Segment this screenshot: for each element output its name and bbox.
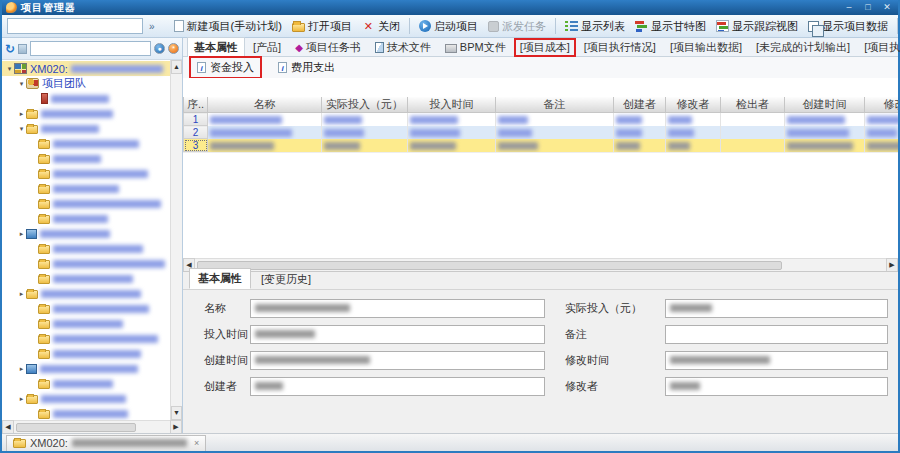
toolbar-button-openfolder[interactable]: 打开项目	[287, 17, 357, 36]
tree-expand-icon[interactable]: ▸	[17, 290, 26, 298]
scroll-up-icon[interactable]: ▲	[171, 60, 182, 74]
table-cell[interactable]	[208, 113, 322, 126]
subtab-费用支出[interactable]: i费用支出	[272, 58, 341, 77]
tree-item[interactable]	[2, 136, 170, 151]
table-cell[interactable]	[614, 126, 666, 139]
tree-item[interactable]	[2, 406, 170, 420]
tree-expand-icon[interactable]: ▾	[5, 65, 14, 73]
table-cell[interactable]	[666, 113, 721, 126]
scroll-down-icon[interactable]: ▼	[171, 406, 182, 420]
tree-item[interactable]	[2, 271, 170, 286]
table-row[interactable]: 2	[184, 126, 899, 139]
table-cell[interactable]	[496, 126, 614, 139]
table-cell[interactable]	[865, 113, 899, 126]
tab-项目执行情况[interactable]: [项目执行情况]	[578, 38, 662, 57]
table-cell[interactable]	[408, 139, 496, 152]
table-cell[interactable]	[721, 139, 785, 152]
toolbar-button-track[interactable]: 显示跟踪视图	[711, 17, 803, 36]
field-input[interactable]	[250, 377, 545, 396]
tree-item[interactable]	[2, 166, 170, 181]
scroll-right-icon[interactable]: ▶	[886, 258, 898, 272]
row-number-cell[interactable]: 1	[184, 113, 208, 126]
column-header[interactable]: 检出者	[721, 97, 785, 113]
tab-项目任务书[interactable]: ◆项目任务书	[289, 38, 367, 57]
field-input[interactable]	[250, 351, 545, 370]
column-header[interactable]: 实际投入（元）	[322, 97, 408, 113]
table-cell[interactable]	[496, 139, 614, 152]
tree-item[interactable]: ▾项目团队	[2, 76, 170, 91]
table-cell[interactable]	[721, 126, 785, 139]
column-header[interactable]: 投入时间	[408, 97, 496, 113]
sidebar-find-button[interactable]: ●	[154, 43, 165, 54]
tree-item[interactable]	[2, 241, 170, 256]
tree-item[interactable]	[2, 301, 170, 316]
tab-产品[interactable]: [产品]	[247, 38, 287, 57]
tree-item[interactable]	[2, 196, 170, 211]
tree-item[interactable]: ▸	[2, 391, 170, 406]
tree-item[interactable]	[2, 151, 170, 166]
tab-基本属性[interactable]: 基本属性	[187, 37, 245, 58]
table-cell[interactable]	[865, 139, 899, 152]
minimize-button[interactable]: –	[842, 2, 856, 13]
sidebar-search-input[interactable]	[30, 41, 151, 56]
toolbar-button-newdoc[interactable]: 新建项目(手动计划)	[169, 17, 287, 36]
field-input[interactable]	[665, 299, 888, 318]
table-cell[interactable]	[208, 139, 322, 152]
close-button[interactable]: ✕	[880, 2, 894, 13]
tree-horizontal-scrollbar[interactable]: ◀ ▶	[2, 420, 182, 433]
column-header[interactable]: 序..	[184, 97, 208, 113]
toolbar-combo-input[interactable]	[7, 18, 143, 34]
tree-item[interactable]: ▸	[2, 226, 170, 241]
tree-item[interactable]: ▾XM020:	[2, 61, 170, 76]
tree-expand-icon[interactable]: ▸	[17, 230, 26, 238]
tab-未完成的计划输出[interactable]: [未完成的计划输出]	[750, 38, 856, 57]
toolbar-button-play[interactable]: 启动项目	[414, 17, 483, 36]
tree-item[interactable]	[2, 376, 170, 391]
column-header[interactable]: 修改者	[666, 97, 721, 113]
toolbar-button-closex[interactable]: ✕关闭	[357, 17, 405, 36]
tree-item[interactable]: ▸	[2, 361, 170, 376]
toolbar-button-gantt[interactable]: 显示甘特图	[630, 17, 711, 36]
field-input[interactable]	[665, 351, 888, 370]
detail-tab-基本属性[interactable]: 基本属性	[189, 268, 251, 289]
tab-项目成本[interactable]: [项目成本]	[514, 38, 576, 57]
sidebar-refresh-icon[interactable]: ↻	[5, 42, 15, 56]
scroll-right-icon[interactable]: ▶	[170, 420, 182, 434]
tree-item[interactable]: ▾	[2, 121, 170, 136]
table-cell[interactable]	[322, 126, 408, 139]
status-close-icon[interactable]: ×	[194, 438, 199, 448]
sidebar-locate-icon[interactable]	[18, 44, 27, 54]
tree-item[interactable]	[2, 181, 170, 196]
row-number-cell[interactable]: 3	[184, 139, 208, 152]
tree-expand-icon[interactable]: ▸	[17, 110, 26, 118]
table-cell[interactable]	[666, 139, 721, 152]
tree-item[interactable]	[2, 331, 170, 346]
table-cell[interactable]	[322, 113, 408, 126]
tree-item[interactable]	[2, 346, 170, 361]
toolbar-collapse-chevron-icon[interactable]: »	[143, 21, 161, 32]
toolbar-button-list[interactable]: 显示列表	[560, 17, 630, 36]
table-cell[interactable]	[496, 113, 614, 126]
column-header[interactable]: 修改	[865, 97, 899, 113]
tree-expand-icon[interactable]: ▸	[17, 365, 26, 373]
field-input[interactable]	[250, 325, 545, 344]
table-cell[interactable]	[785, 139, 865, 152]
tab-项目输出数据[interactable]: [项目输出数据]	[664, 38, 748, 57]
table-cell[interactable]	[865, 126, 899, 139]
table-hscroll-thumb[interactable]	[197, 261, 782, 270]
column-header[interactable]: 创建时间	[785, 97, 865, 113]
sidebar-filter-button[interactable]: *	[168, 43, 179, 54]
tree-item[interactable]	[2, 91, 170, 106]
table-row[interactable]: 3	[184, 139, 899, 152]
tree-vertical-scrollbar[interactable]: ▲ ▼	[170, 60, 182, 420]
tab-技术文件[interactable]: 技术文件	[369, 38, 437, 57]
table-cell[interactable]	[322, 139, 408, 152]
toolbar-button-datawin[interactable]: 显示项目数据	[803, 17, 893, 36]
maximize-button[interactable]: □	[861, 2, 875, 13]
tree-item[interactable]	[2, 256, 170, 271]
tree-item[interactable]: ▸	[2, 286, 170, 301]
subtab-资金投入[interactable]: i资金投入	[189, 56, 262, 79]
table-cell[interactable]	[785, 126, 865, 139]
table-cell[interactable]	[666, 126, 721, 139]
table-cell[interactable]	[785, 113, 865, 126]
